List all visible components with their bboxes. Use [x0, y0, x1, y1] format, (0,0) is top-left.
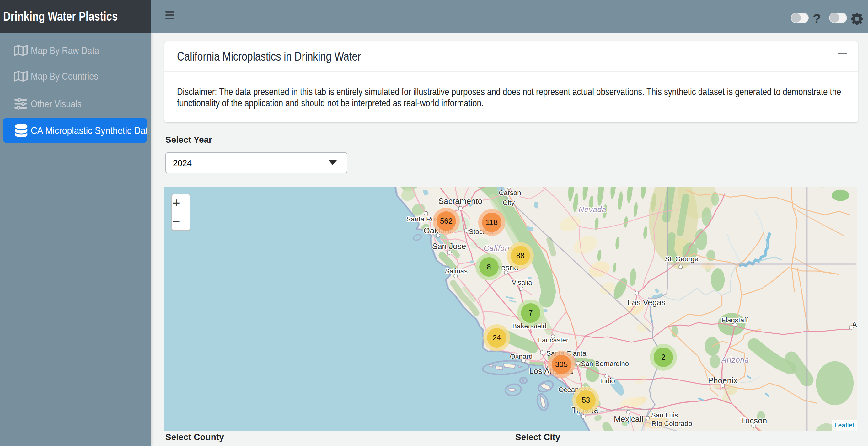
svg-text:8: 8 — [487, 262, 491, 271]
svg-text:Las Vegas: Las Vegas — [627, 298, 665, 307]
svg-text:88: 88 — [516, 251, 525, 260]
svg-text:Carson: Carson — [499, 189, 521, 197]
svg-text:Salinas: Salinas — [445, 267, 468, 275]
svg-text:St. George: St. George — [665, 255, 698, 263]
svg-text:562: 562 — [440, 217, 453, 225]
svg-text:San Bernardino: San Bernardino — [581, 360, 629, 368]
svg-text:53: 53 — [582, 396, 590, 404]
svg-text:24: 24 — [493, 333, 501, 342]
svg-text:Indio: Indio — [600, 377, 615, 385]
svg-text:Nevada: Nevada — [579, 205, 607, 214]
svg-text:Sacramento: Sacramento — [438, 196, 482, 206]
svg-text:Río Colorado: Río Colorado — [651, 420, 692, 427]
svg-text:San Luis: San Luis — [651, 411, 678, 419]
svg-text:118: 118 — [486, 218, 498, 226]
svg-text:San Jose: San Jose — [432, 242, 466, 251]
svg-text:Visalia: Visalia — [512, 279, 532, 286]
svg-text:Mexicali: Mexicali — [614, 414, 643, 424]
svg-text:7: 7 — [528, 309, 532, 317]
svg-text:305: 305 — [555, 360, 568, 369]
svg-text:2: 2 — [661, 353, 665, 361]
svg-text:City: City — [503, 199, 515, 207]
svg-text:Arizona: Arizona — [721, 356, 749, 364]
svg-text:Oxnard: Oxnard — [510, 353, 532, 360]
